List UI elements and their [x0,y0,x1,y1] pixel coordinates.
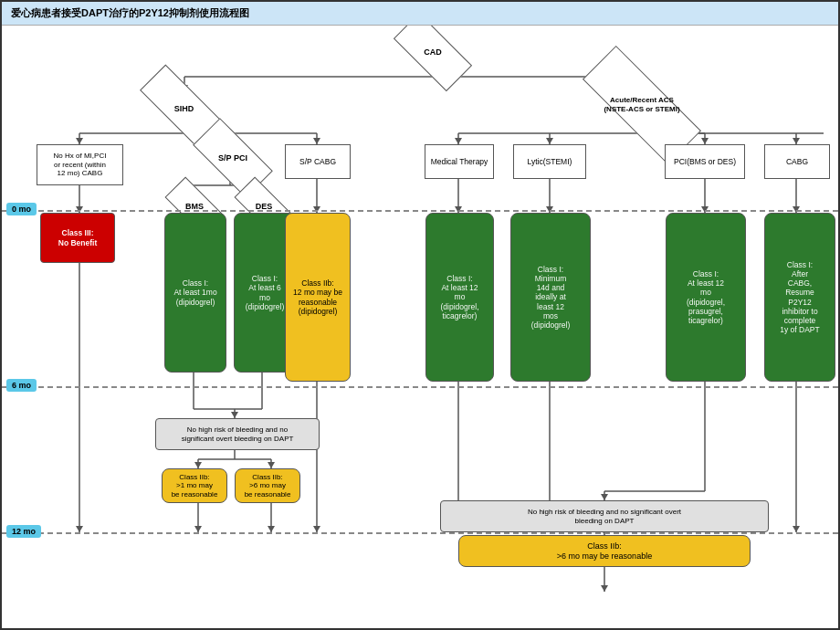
med-therapy-label: Medical Therapy [431,157,488,166]
12mo-label: 12 mo [6,525,41,538]
svg-marker-36 [455,138,462,144]
svg-marker-86 [601,585,608,592]
acs-med-green-box: Class I: At least 12 mo (dipidogrel, tic… [425,213,494,382]
svg-marker-80 [601,494,608,500]
svg-marker-68 [268,526,275,532]
spcabg-yellow-box: Class IIb: 12 mo may be reasonable (dipi… [285,213,351,382]
sppci-label: S/P PCI [218,153,247,163]
acs-label: Acute/Recent ACS (NSTE-ACS or STEMI) [604,96,679,113]
sppci-diamond: S/P PCI [196,140,269,176]
pci-label: PCI(BMS or DES) [674,157,736,166]
6mo-line [2,386,838,388]
svg-marker-64 [268,462,275,468]
spcabg-yellow-label: Class IIb: 12 mo may be reasonable (dipi… [293,278,342,316]
bms-green-box: Class I: At least 1mo (dipidogrel) [164,213,226,373]
svg-marker-82 [793,526,800,532]
svg-marker-43 [793,138,800,144]
pci-acs-green-label: Class I: At least 12 mo (dipidogrel, pra… [687,269,725,325]
lytic-box: Lytic(STEMI) [513,144,586,179]
spcabg-label: S/P CABG [299,157,336,166]
cad-label: CAD [424,47,442,58]
des-label: DES [256,202,273,212]
sihd-diamond: SIHD [141,91,227,126]
no-bleed2-label: No high risk of bleeding and no signific… [528,508,681,525]
pci-box: PCI(BMS or DES) [665,144,745,179]
flowchart-area: CAD SIHD Acute/Recent ACS (NSTE-ACS or S… [2,26,838,626]
bms-label: BMS [185,202,204,212]
bms-ext-yellow: Class IIb: >1 mo may be reasonable [162,468,227,503]
svg-marker-41 [701,138,709,144]
no-bleed-box: No high risk of bleeding and no signific… [155,418,320,450]
acs-iib-yellow: Class IIb: >6 mo may be reasonable [458,535,751,567]
no-bleed-label: No high risk of bleeding and no signific… [182,425,294,443]
lytic-label: Lytic(STEMI) [528,157,572,166]
class3-box: Class III: No Benefit [40,213,115,263]
cabg-acs-green-box: Class I: After CABG, Resume P2Y12 inhibi… [764,213,835,382]
class3-label: Class III: No Benefit [58,228,98,247]
cabg-box: CABG [764,144,830,179]
acs-med-green-label: Class I: At least 12 mo (dipidogrel, tic… [440,274,478,320]
lytic-green-label: Class I: Minimum 14d and ideally at leas… [531,265,571,330]
des-green-label: Class I: At least 6 mo (dipidogrel) [246,274,285,311]
bms-ext-label: Class IIb: >1 mo may be reasonable [172,473,218,499]
spcabg-box: S/P CABG [285,144,351,179]
acs-iib-label: Class IIb: >6 mo may be reasonable [557,541,652,562]
acs-diamond: Acute/Recent ACS (NSTE-ACS or STEMI) [583,82,701,128]
cad-diamond: CAD [396,35,469,69]
nohx-label: No Hx of MI,PCI or recent (within 12 mo)… [54,152,107,178]
svg-marker-66 [194,526,202,532]
svg-marker-16 [313,138,320,144]
med-therapy-box: Medical Therapy [425,144,494,179]
svg-marker-11 [76,138,83,144]
0mo-label: 0 mo [6,203,37,215]
des-ext-yellow: Class IIb: >6 mo may be reasonable [235,468,300,503]
bms-green-label: Class I: At least 1mo (dipidogrel) [173,278,216,307]
lytic-green-box: Class I: Minimum 14d and ideally at leas… [510,213,591,382]
des-ext-label: Class IIb: >6 mo may be reasonable [245,473,291,499]
nohx-box: No Hx of MI,PCI or recent (within 12 mo)… [37,144,123,185]
0mo-line [2,210,838,212]
sihd-label: SIHD [174,104,194,114]
svg-marker-38 [546,138,553,144]
main-container: 爱心病患者接受DAPT治疗的P2Y12抑制剂使用流程图 [0,0,840,630]
cabg-acs-green-label: Class I: After CABG, Resume P2Y12 inhibi… [780,260,819,335]
6mo-label: 6 mo [6,379,37,392]
svg-marker-72 [313,526,320,532]
no-bleed2-box: No high risk of bleeding and no signific… [440,500,769,532]
title-text: 爱心病患者接受DAPT治疗的P2Y12抑制剂使用流程图 [11,7,249,18]
svg-marker-57 [231,412,238,418]
12mo-line [2,532,838,534]
title-bar: 爱心病患者接受DAPT治疗的P2Y12抑制剂使用流程图 [2,2,838,26]
svg-marker-70 [76,526,83,532]
svg-marker-62 [194,462,202,468]
cabg-label: CABG [786,157,808,166]
pci-acs-green-box: Class I: At least 12 mo (dipidogrel, pra… [666,213,746,382]
